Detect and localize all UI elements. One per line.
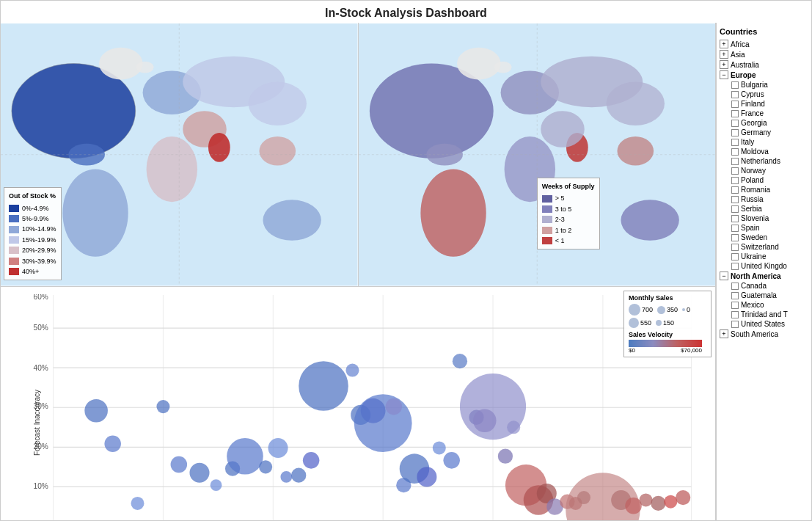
country-mexico[interactable]: Mexico [720,300,808,310]
group-australia[interactable]: + Australia [720,59,808,70]
size-0 [682,308,685,311]
cb-germany[interactable] [731,129,739,136]
weeks-supply-legend-title: Weeks of Supply [542,181,595,192]
country-united-states[interactable]: United States [720,319,808,329]
expand-north-america[interactable]: − [720,272,728,280]
group-europe[interactable]: − Europe [720,70,808,80]
svg-point-76 [345,364,359,377]
cb-mexico[interactable] [731,302,739,309]
country-moldova[interactable]: Moldova [720,147,808,156]
svg-point-90 [498,449,513,464]
cb-georgia[interactable] [731,120,739,127]
cb-norway[interactable] [731,167,739,175]
cb-bulgaria[interactable] [731,81,739,89]
cb-finland[interactable] [731,101,739,108]
country-ukraine[interactable]: Ukraine [720,252,808,261]
weeks-supply-legend: Weeks of Supply > 5 3 to 5 2-3 1 to 2 < … [537,178,600,249]
country-germany[interactable]: Germany [720,128,808,137]
country-canada[interactable]: Canada [720,281,808,291]
size-150 [656,320,662,326]
cb-trinidad[interactable] [731,311,739,318]
svg-point-84 [433,442,446,455]
size-550 [629,318,639,328]
cb-uk[interactable] [731,263,739,270]
svg-point-79 [354,395,412,453]
cb-cyprus[interactable] [731,91,739,98]
group-south-america[interactable]: + South America [720,329,808,339]
cb-spain[interactable] [731,225,739,232]
cb-switzerland[interactable] [731,244,739,251]
cb-us[interactable] [731,321,739,328]
ws-legend-item-0: > 5 [542,193,595,203]
cb-netherlands[interactable] [731,158,739,165]
weeks-of-supply-map: Weeks of Supply > 5 3 to 5 2-3 1 to 2 < … [359,23,716,286]
svg-point-83 [417,467,436,487]
ws-legend-item-4: < 1 [542,236,595,246]
svg-point-62 [104,436,121,453]
scatter-legend: Monthly Sales 700 350 0 [623,291,712,357]
cb-canada[interactable] [731,283,739,290]
country-finland[interactable]: Finland [720,99,808,109]
country-serbia[interactable]: Serbia [720,204,808,214]
out-of-stock-legend-title: Out of Stock % [9,191,56,201]
country-russia[interactable]: Russia [720,194,808,204]
country-netherlands[interactable]: Netherlands [720,156,808,166]
expand-south-america[interactable]: + [720,329,728,338]
cb-ukraine[interactable] [731,253,739,260]
svg-point-72 [280,471,292,483]
country-slovenia[interactable]: Slovenia [720,214,808,223]
group-north-america[interactable]: − North America [720,271,808,281]
cb-sweden[interactable] [731,234,739,241]
group-africa[interactable]: + Africa [720,39,808,49]
legend-item-4: 20%-29.9% [9,245,56,255]
country-poland[interactable]: Poland [720,175,808,185]
svg-point-63 [131,497,144,510]
expand-australia[interactable]: + [720,60,728,69]
svg-point-13 [99,48,143,80]
svg-point-4 [62,170,128,257]
page-title: In-Stock Analysis Dashboard [1,1,811,23]
country-romania[interactable]: Romania [720,185,808,194]
expand-africa[interactable]: + [720,40,728,48]
country-france[interactable]: France [720,109,808,118]
cb-serbia[interactable] [731,205,739,213]
country-united-kingdom[interactable]: United Kingdo [720,261,808,271]
cb-france[interactable] [731,110,739,117]
svg-point-10 [249,81,307,125]
expand-asia[interactable]: + [720,50,728,59]
svg-point-8 [208,133,230,162]
cb-poland[interactable] [731,177,739,184]
group-asia-label: Asia [731,51,745,59]
dashboard: In-Stock Analysis Dashboard [0,0,812,521]
country-trinidad[interactable]: Trinidad and T [720,310,808,319]
svg-point-65 [171,456,188,473]
ws-legend-item-3: 1 to 2 [542,225,595,236]
country-guatemala[interactable]: Guatemala [720,291,808,300]
cb-moldova[interactable] [731,148,739,156]
svg-point-24 [541,111,585,147]
svg-point-30 [494,62,511,73]
svg-point-27 [617,136,654,166]
cb-romania[interactable] [731,186,739,194]
country-spain[interactable]: Spain [720,223,808,233]
cb-guatemala[interactable] [731,292,739,299]
country-norway[interactable]: Norway [720,166,808,175]
country-sweden[interactable]: Sweden [720,233,808,242]
cb-slovenia[interactable] [731,215,739,222]
ws-legend-item-1: 3 to 5 [542,204,595,214]
cb-russia[interactable] [731,196,739,203]
svg-point-91 [507,421,520,434]
group-asia[interactable]: + Asia [720,49,808,59]
country-georgia[interactable]: Georgia [720,118,808,128]
group-australia-label: Australia [731,61,759,69]
svg-point-14 [136,62,154,73]
country-bulgaria[interactable]: Bulgaria [720,80,808,90]
expand-europe[interactable]: − [720,70,728,79]
countries-panel[interactable]: Countries + Africa + Asia + Australia − … [716,23,811,520]
svg-point-104 [664,495,677,509]
cb-italy[interactable] [731,139,739,146]
svg-point-102 [639,494,652,507]
country-switzerland[interactable]: Switzerland [720,242,808,252]
country-cyprus[interactable]: Cyprus [720,90,808,99]
country-italy[interactable]: Italy [720,137,808,147]
